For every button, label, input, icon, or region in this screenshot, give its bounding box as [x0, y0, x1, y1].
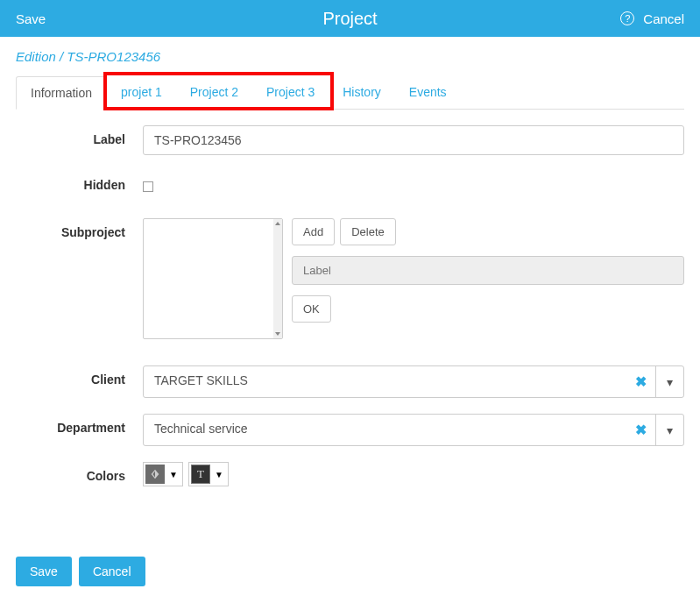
footer-buttons: Save Cancel — [16, 557, 684, 586]
footer-cancel-button[interactable]: Cancel — [79, 557, 145, 586]
ok-button[interactable]: OK — [292, 295, 331, 323]
text-color-arrow-icon: ▼ — [212, 470, 226, 479]
row-client: Client TARGET SKILLS ✖ ▾ — [16, 365, 684, 398]
department-value: Technical service — [144, 415, 626, 445]
text-color-picker[interactable]: T ▼ — [188, 462, 229, 486]
subproject-label-input[interactable] — [292, 256, 684, 285]
row-label: Label — [16, 125, 684, 155]
help-icon[interactable]: ? — [620, 11, 634, 25]
tab-project-3[interactable]: Project 3 — [252, 76, 329, 109]
row-department: Department Technical service ✖ ▾ — [16, 414, 684, 446]
row-colors: Colors ▼ T ▼ — [16, 462, 684, 486]
label-subproject: Subproject — [16, 218, 143, 239]
tab-project-2[interactable]: Project 2 — [176, 76, 252, 109]
subproject-listbox[interactable] — [143, 218, 283, 339]
label-hidden: Hidden — [16, 171, 143, 192]
label-input[interactable] — [143, 125, 684, 155]
header-cancel-button[interactable]: Cancel — [643, 11, 684, 26]
client-dropdown-icon[interactable]: ▾ — [655, 366, 683, 397]
footer-save-button[interactable]: Save — [16, 557, 72, 586]
row-subproject: Subproject Add Delete OK — [16, 218, 684, 339]
fill-color-picker[interactable]: ▼ — [143, 462, 183, 486]
tab-events[interactable]: Events — [395, 76, 461, 109]
department-select[interactable]: Technical service ✖ ▾ — [143, 414, 684, 446]
modal-title: Project — [322, 9, 377, 29]
label-department: Department — [16, 414, 143, 435]
department-clear-icon[interactable]: ✖ — [626, 415, 655, 445]
header-right: ? Cancel — [620, 11, 684, 26]
hidden-checkbox[interactable] — [143, 181, 153, 192]
fill-color-icon — [145, 465, 165, 484]
add-button[interactable]: Add — [292, 218, 335, 245]
breadcrumb: Edition / TS-PRO123456 — [16, 49, 684, 64]
modal-content: Edition / TS-PRO123456 Information proje… — [0, 37, 700, 596]
tab-bar: Information projet 1 Project 2 Project 3… — [16, 76, 684, 110]
fill-color-arrow-icon: ▼ — [166, 470, 180, 479]
subproject-controls: Add Delete OK — [292, 218, 684, 339]
client-clear-icon[interactable]: ✖ — [626, 366, 655, 397]
row-hidden: Hidden — [16, 171, 684, 192]
client-select[interactable]: TARGET SKILLS ✖ ▾ — [143, 365, 684, 398]
tab-projet-1[interactable]: projet 1 — [107, 76, 176, 109]
text-color-icon: T — [191, 465, 210, 484]
delete-button[interactable]: Delete — [340, 218, 396, 245]
label-client: Client — [16, 365, 143, 387]
label-label: Label — [16, 125, 143, 146]
department-dropdown-icon[interactable]: ▾ — [655, 415, 683, 445]
tab-information[interactable]: Information — [16, 76, 107, 110]
client-value: TARGET SKILLS — [144, 366, 626, 397]
modal-header: Save Project ? Cancel — [0, 0, 700, 37]
listbox-scrollbar[interactable] — [273, 219, 282, 338]
label-colors: Colors — [16, 462, 143, 483]
header-save-button[interactable]: Save — [16, 11, 46, 26]
tab-history[interactable]: History — [329, 76, 395, 109]
